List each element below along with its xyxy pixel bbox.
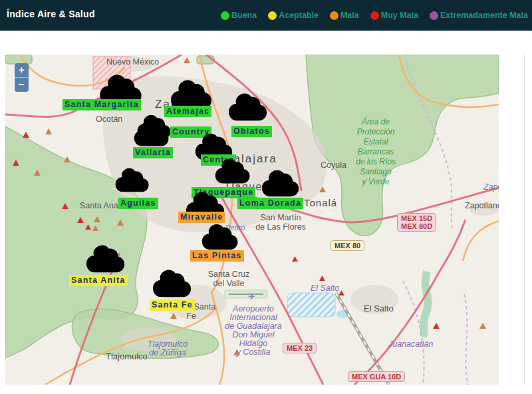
zoom-out-button[interactable]: − bbox=[15, 78, 29, 92]
legend-label: Extremadamente Mala bbox=[440, 11, 528, 20]
label-tonala: Tonalá bbox=[304, 197, 337, 208]
legend-item-mala: Mala bbox=[330, 11, 359, 20]
map-edge-divider bbox=[524, 55, 525, 385]
svg-text:Aeropuerto: Aeropuerto bbox=[232, 304, 274, 313]
cloud-icon bbox=[133, 121, 170, 148]
svg-text:Santiago: Santiago bbox=[360, 167, 392, 176]
svg-text:Hidalgo: Hidalgo bbox=[239, 339, 267, 348]
station-label: Santa Anita bbox=[69, 275, 128, 286]
header-bar: Índice Aire & Salud Buena Aceptable Mala… bbox=[0, 0, 532, 31]
label-el-salto-area: El Salto bbox=[311, 284, 339, 293]
air-quality-app: Índice Aire & Salud Buena Aceptable Mala… bbox=[0, 0, 532, 394]
svg-text:Internacional: Internacional bbox=[229, 313, 278, 322]
label-nuevo-mexico: Nuevo México bbox=[106, 57, 159, 67]
legend-item-extremadamente-mala: Extremadamente Mala bbox=[430, 11, 528, 20]
cloud-icon bbox=[227, 93, 269, 123]
label-el-salto: El Salto bbox=[364, 303, 394, 313]
label-santa-cruz-2: del Valle bbox=[213, 279, 244, 288]
label-tlajomulco-zuniga-2: de Zúñiga bbox=[149, 348, 186, 357]
station-label: Vallarta bbox=[133, 147, 173, 158]
label-juanacatlan: Juanacatlán bbox=[388, 339, 433, 349]
extremadamente-mala-dot-icon bbox=[430, 11, 438, 20]
legend-item-aceptable: Aceptable bbox=[268, 11, 319, 20]
label-zapo-partial: Zapo bbox=[483, 182, 499, 192]
station-label: Miravalle bbox=[178, 212, 225, 223]
legend-item-buena: Buena bbox=[221, 11, 257, 20]
svg-text:y Costilla: y Costilla bbox=[236, 347, 271, 357]
svg-text:Don Miguel: Don Miguel bbox=[232, 330, 275, 339]
svg-text:y Verde: y Verde bbox=[362, 177, 390, 186]
cloud-icon bbox=[85, 245, 126, 275]
station-label: Loma Dorada bbox=[237, 198, 303, 209]
cloud-icon bbox=[201, 224, 239, 252]
svg-text:Estatal: Estatal bbox=[364, 137, 388, 146]
cloud-icon bbox=[214, 158, 251, 186]
station-label: Aguilas bbox=[118, 198, 158, 209]
label-san-martin-1: San Martín bbox=[260, 213, 301, 222]
muy-mala-dot-icon bbox=[370, 11, 379, 20]
badge-mex-80: MEX 80 bbox=[331, 240, 364, 251]
station-label: Santa Fe bbox=[150, 299, 195, 311]
cloud-icon bbox=[114, 168, 150, 194]
legend-item-muy-mala: Muy Mala bbox=[370, 11, 418, 20]
label-santa-ana: Santa Ana bbox=[80, 201, 118, 210]
label-tlajomulco-zuniga-1: Tlajomulco bbox=[148, 339, 188, 349]
map-canvas[interactable]: Nuevo México Zapopan Ocotán Guadalajara … bbox=[5, 55, 499, 385]
legend-label: Aceptable bbox=[279, 11, 319, 20]
station-label: Santa Margarita bbox=[63, 99, 141, 110]
svg-text:Protección: Protección bbox=[357, 127, 395, 136]
aqi-legend: Buena Aceptable Mala Muy Mala Extremadam… bbox=[221, 0, 528, 31]
label-santa-fe-partial-2: Fe bbox=[186, 311, 196, 321]
svg-text:de Guadalajara: de Guadalajara bbox=[225, 321, 282, 331]
label-tlajomulco: Tlajomulco bbox=[106, 351, 148, 361]
airplane-icon: ✈ bbox=[248, 292, 255, 301]
mala-dot-icon bbox=[330, 11, 338, 20]
legend-label: Mala bbox=[340, 11, 359, 20]
zoom-control: + − bbox=[15, 63, 29, 92]
badge-mex-gua-10d: MEX GUA 10D bbox=[348, 371, 405, 382]
label-ocotan: Ocotán bbox=[96, 114, 122, 124]
svg-text:de los Ríos: de los Ríos bbox=[356, 157, 396, 166]
aceptable-dot-icon bbox=[268, 11, 277, 20]
legend-label: Buena bbox=[231, 11, 257, 20]
badge-mex-15d-80d: MEX 15D MEX 80D bbox=[397, 213, 436, 232]
buena-dot-icon bbox=[221, 11, 229, 20]
label-zapotlanejo-partial: Zapotlane bbox=[465, 201, 499, 210]
label-coyula: Coyula bbox=[321, 160, 346, 170]
station-label: Las Pintas bbox=[190, 250, 244, 262]
cloud-icon bbox=[152, 270, 193, 299]
cloud-icon bbox=[261, 170, 301, 199]
svg-text:Área de: Área de bbox=[361, 116, 390, 126]
protected-area-label: Área de Protección Estatal Barrancas de … bbox=[356, 116, 396, 186]
airport-runway bbox=[225, 290, 267, 298]
station-label: Oblatos bbox=[231, 126, 272, 137]
label-san-martin-2: de Las Flores bbox=[255, 222, 306, 232]
zoom-in-button[interactable]: + bbox=[15, 63, 29, 78]
badge-mex-23: MEX 23 bbox=[283, 343, 317, 353]
legend-label: Muy Mala bbox=[381, 11, 418, 20]
label-santa-cruz-1: Santa Cruz bbox=[208, 270, 250, 279]
app-title: Índice Aire & Salud bbox=[7, 9, 95, 19]
svg-text:Barrancas: Barrancas bbox=[358, 147, 394, 156]
